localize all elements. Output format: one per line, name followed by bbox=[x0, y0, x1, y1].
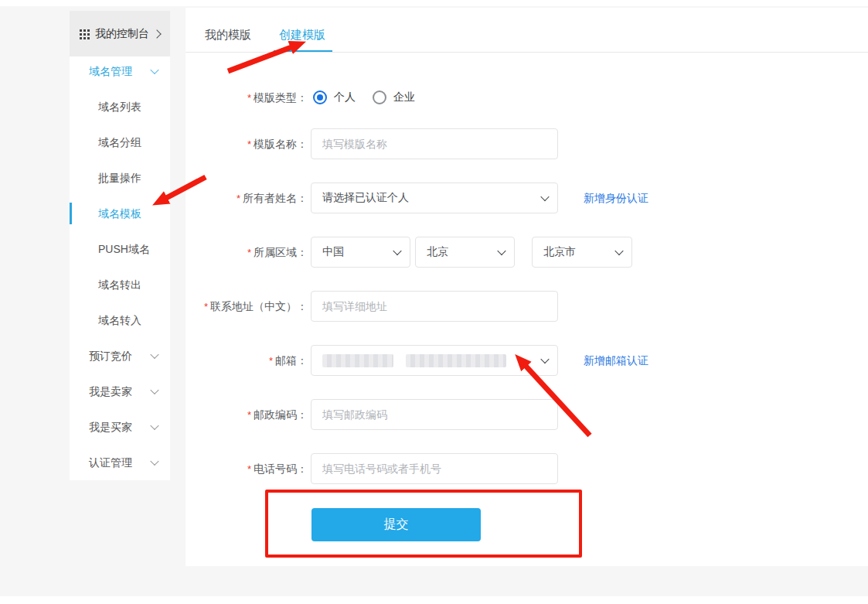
chevron-down-icon bbox=[150, 421, 158, 430]
redaction-blur bbox=[322, 354, 393, 367]
chevron-down-icon bbox=[150, 386, 158, 394]
sidebar-item-label: 预订竞价 bbox=[89, 350, 132, 362]
required-marker: * bbox=[247, 92, 251, 104]
add-identity-auth-link[interactable]: 新增身份认证 bbox=[584, 183, 648, 213]
sidebar-item-label: 域名模板 bbox=[98, 207, 141, 220]
chevron-down-icon bbox=[540, 355, 549, 363]
chevron-down-icon bbox=[150, 350, 158, 359]
tab-divider bbox=[186, 52, 868, 53]
redacted-email-value bbox=[322, 354, 506, 367]
console-header[interactable]: 我的控制台 bbox=[70, 11, 170, 56]
select-value: 请选择已认证个人 bbox=[322, 191, 409, 205]
tab-my-templates[interactable]: 我的模版 bbox=[205, 27, 251, 43]
console-title: 我的控制台 bbox=[95, 27, 149, 41]
region-country-select[interactable]: 中国 bbox=[311, 237, 410, 268]
chevron-down-icon bbox=[540, 193, 549, 201]
sidebar-item-i-am-seller[interactable]: 我是卖家 bbox=[70, 374, 170, 409]
address-input[interactable] bbox=[311, 291, 558, 322]
radio-unselected-icon[interactable] bbox=[373, 90, 386, 104]
sidebar-item-domain-list[interactable]: 域名列表 bbox=[70, 89, 170, 125]
radio-label: 企业 bbox=[393, 90, 415, 104]
redaction-blur bbox=[406, 354, 506, 367]
required-marker: * bbox=[247, 247, 251, 258]
add-email-auth-link[interactable]: 新增邮箱认证 bbox=[584, 345, 648, 376]
sidebar-item-domain-management[interactable]: 域名管理 bbox=[70, 53, 170, 89]
chevron-down-icon bbox=[393, 247, 401, 255]
tab-create-template[interactable]: 创建模版 bbox=[279, 27, 325, 43]
sidebar-item-label: 域名分组 bbox=[98, 136, 141, 148]
phone-input[interactable] bbox=[311, 453, 558, 484]
sidebar-item-batch-operations[interactable]: 批量操作 bbox=[70, 160, 170, 196]
sidebar: 我的控制台 域名管理 域名列表 域名分组 批量操作 域名模板 PUSH域名 域名… bbox=[70, 11, 170, 480]
main-panel: 我的模版 创建模版 *模版类型： 个人 企业 *模版名称： *所有者姓名： 请选… bbox=[186, 8, 868, 566]
chevron-down-icon bbox=[150, 457, 158, 466]
grid-menu-icon bbox=[80, 29, 90, 39]
sidebar-item-i-am-buyer[interactable]: 我是买家 bbox=[70, 409, 170, 445]
radio-personal[interactable]: 个人 bbox=[313, 90, 356, 104]
template-name-input[interactable] bbox=[311, 128, 558, 159]
field-label: *邮箱： bbox=[186, 345, 308, 376]
radio-selected-icon[interactable] bbox=[313, 90, 327, 104]
field-label: *模版类型： bbox=[186, 82, 308, 113]
field-label: *模版名称： bbox=[186, 128, 308, 159]
required-marker: * bbox=[204, 301, 208, 312]
chevron-right-icon bbox=[152, 29, 161, 38]
select-value: 北京市 bbox=[543, 245, 576, 259]
sidebar-item-push-domains[interactable]: PUSH域名 bbox=[70, 231, 170, 267]
sidebar-item-label: 域名转入 bbox=[98, 314, 141, 326]
form-row-postal-code: *邮政编码： bbox=[186, 399, 868, 430]
form-row-email: *邮箱： 新增邮箱认证 bbox=[186, 345, 868, 376]
sidebar-item-label: 批量操作 bbox=[98, 172, 141, 184]
postal-code-input[interactable] bbox=[311, 399, 558, 430]
select-value: 中国 bbox=[322, 245, 344, 259]
radio-label: 个人 bbox=[334, 90, 356, 104]
submit-button[interactable]: 提交 bbox=[311, 508, 481, 541]
required-marker: * bbox=[247, 463, 251, 475]
field-label: *邮政编码： bbox=[186, 399, 308, 430]
region-city-select[interactable]: 北京市 bbox=[532, 237, 632, 268]
sidebar-item-domain-transfer-in[interactable]: 域名转入 bbox=[70, 302, 170, 338]
form-row-template-type: *模版类型： 个人 企业 bbox=[186, 82, 868, 113]
chevron-down-icon bbox=[614, 247, 623, 255]
form-row-region: *所属区域： 中国 北京 北京市 bbox=[186, 237, 868, 268]
form-row-template-name: *模版名称： bbox=[186, 128, 868, 159]
field-label: *所有者姓名： bbox=[186, 183, 308, 213]
email-select[interactable] bbox=[311, 345, 558, 376]
required-marker: * bbox=[237, 193, 240, 204]
sidebar-item-label: 认证管理 bbox=[89, 456, 132, 469]
field-label: *联系地址（中文）： bbox=[186, 291, 308, 322]
form-row-owner-name: *所有者姓名： 请选择已认证个人 新增身份认证 bbox=[186, 183, 868, 213]
sidebar-item-reserve-bidding[interactable]: 预订竞价 bbox=[70, 338, 170, 374]
sidebar-item-domain-groups[interactable]: 域名分组 bbox=[70, 125, 170, 160]
field-label: *所属区域： bbox=[186, 237, 308, 268]
chevron-down-icon bbox=[150, 66, 158, 74]
sidebar-item-label: 我是卖家 bbox=[89, 385, 132, 398]
sidebar-item-domain-transfer-out[interactable]: 域名转出 bbox=[70, 267, 170, 302]
sidebar-item-label: 域名列表 bbox=[98, 101, 141, 113]
region-province-select[interactable]: 北京 bbox=[415, 237, 515, 268]
required-marker: * bbox=[247, 409, 251, 421]
form-row-phone: *电话号码： bbox=[186, 453, 868, 484]
chevron-down-icon bbox=[497, 247, 505, 255]
sidebar-item-label: 域名管理 bbox=[89, 65, 132, 77]
field-label: *电话号码： bbox=[186, 453, 308, 484]
sidebar-item-domain-templates[interactable]: 域名模板 bbox=[70, 196, 170, 231]
template-type-radio-group: 个人 企业 bbox=[313, 82, 415, 113]
form-row-address-cn: *联系地址（中文）： bbox=[186, 291, 868, 322]
radio-enterprise[interactable]: 企业 bbox=[373, 90, 415, 104]
sidebar-item-label: PUSH域名 bbox=[98, 243, 150, 255]
sidebar-item-label: 我是买家 bbox=[89, 421, 132, 433]
required-marker: * bbox=[269, 355, 273, 367]
select-value: 北京 bbox=[427, 245, 448, 259]
sidebar-item-auth-management[interactable]: 认证管理 bbox=[70, 445, 170, 480]
sidebar-item-label: 域名转出 bbox=[98, 278, 141, 291]
required-marker: * bbox=[247, 138, 251, 150]
owner-name-select[interactable]: 请选择已认证个人 bbox=[311, 183, 558, 213]
